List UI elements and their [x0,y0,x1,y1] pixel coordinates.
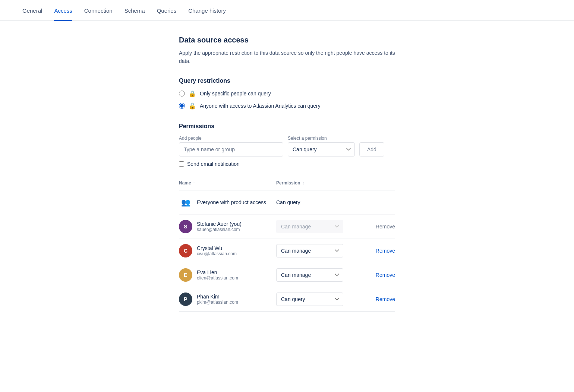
page-title: Data source access [179,36,395,44]
select-permission-field-group: Select a permission Can query Can manage [288,136,355,157]
tab-general[interactable]: General [22,0,42,21]
user-cell: EEva Lienelien@atlassian.com [179,268,276,282]
col-header-permission: Permission ↕ [276,177,352,190]
select-permission-label: Select a permission [288,136,355,141]
user-name: Phan Kim [197,294,238,300]
tab-schema[interactable]: Schema [124,0,145,21]
add-button[interactable]: Add [359,142,384,157]
user-name: Eva Lien [197,269,238,275]
user-info: Phan Kimpkim@atlassian.com [197,294,238,305]
user-email: elien@atlassian.com [197,275,238,281]
radio-specific-people[interactable] [179,91,185,97]
remove-button-disabled: Remove [376,224,395,230]
radio-option-specific[interactable]: 🔒 Only specific people can query [179,90,395,97]
add-people-field-group: Add people [179,136,283,157]
remove-button[interactable]: Remove [376,296,395,302]
permission-select[interactable]: Can query Can manage [288,142,355,157]
tab-access[interactable]: Access [54,0,72,21]
user-name: Crystal Wu [197,245,237,251]
nav-tabs: General Access Connection Schema Queries… [0,0,574,21]
user-cell: 👥Everyone with product access [179,196,276,209]
add-people-row: Add people Select a permission Can query… [179,136,395,157]
permission-select-row[interactable]: Can queryCan manage [276,293,343,306]
user-email: pkim@atlassian.com [197,300,238,305]
permissions-section: Permissions Add people Select a permissi… [179,123,395,312]
tab-connection[interactable]: Connection [84,0,113,21]
permission-static: Can query [276,199,300,205]
user-email: sauer@atlassian.com [197,227,242,232]
radio-option-anyone[interactable]: 🔓 Anyone with access to Atlassian Analyt… [179,102,395,110]
table-row: EEva Lienelien@atlassian.comCan manageCa… [179,263,395,287]
lock-open-icon: 🔓 [189,102,196,110]
email-notification-label: Send email notification [187,161,240,167]
query-restrictions-group: 🔒 Only specific people can query 🔓 Anyon… [179,90,395,110]
main-content: Data source access Apply the appropriate… [157,36,417,312]
permissions-title: Permissions [179,123,395,130]
user-cell: SStefanie Auer (you)sauer@atlassian.com [179,220,276,233]
user-info: Crystal Wucwu@atlassian.com [197,245,237,256]
table-row: PPhan Kimpkim@atlassian.comCan queryCan … [179,287,395,311]
remove-button[interactable]: Remove [376,248,395,254]
email-notification-checkbox[interactable] [179,161,184,167]
radio-anyone-label: Anyone with access to Atlassian Analytic… [200,103,321,109]
user-cell: CCrystal Wucwu@atlassian.com [179,244,276,257]
user-name: Everyone with product access [197,199,266,205]
page-description: Apply the appropriate restriction to thi… [179,49,395,66]
user-info: Everyone with product access [197,199,266,205]
permission-sort-icon[interactable]: ↕ [302,181,304,185]
permission-select-row[interactable]: Can manageCan query [276,244,343,257]
name-sort-icon[interactable]: ↕ [193,181,195,185]
avatar: C [179,244,192,257]
user-info: Stefanie Auer (you)sauer@atlassian.com [197,221,242,232]
user-email: cwu@atlassian.com [197,251,237,256]
add-people-label: Add people [179,136,283,141]
radio-specific-label: Only specific people can query [200,91,271,97]
tab-queries[interactable]: Queries [157,0,177,21]
permission-select-disabled: Can manage [276,220,343,233]
query-restrictions-title: Query restrictions [179,78,395,84]
permission-select-row[interactable]: Can manageCan query [276,268,343,282]
avatar: P [179,293,192,306]
user-name: Stefanie Auer (you) [197,221,242,227]
user-info: Eva Lienelien@atlassian.com [197,269,238,281]
email-notification-row: Send email notification [179,161,395,167]
avatar: S [179,220,192,233]
col-header-action [352,177,395,190]
table-row: CCrystal Wucwu@atlassian.comCan manageCa… [179,238,395,263]
add-people-input[interactable] [179,142,283,157]
lock-closed-icon: 🔒 [189,90,196,97]
tab-change-history[interactable]: Change history [188,0,226,21]
col-header-name: Name ↕ [179,177,276,190]
group-icon: 👥 [179,196,192,209]
radio-anyone[interactable] [179,103,185,109]
user-cell: PPhan Kimpkim@atlassian.com [179,293,276,306]
permissions-table: Name ↕ Permission ↕ 👥Everyone with produ… [179,177,395,312]
avatar: E [179,268,192,282]
table-row: 👥Everyone with product accessCan query [179,190,395,214]
remove-button[interactable]: Remove [376,272,395,278]
table-row: SStefanie Auer (you)sauer@atlassian.comC… [179,214,395,238]
